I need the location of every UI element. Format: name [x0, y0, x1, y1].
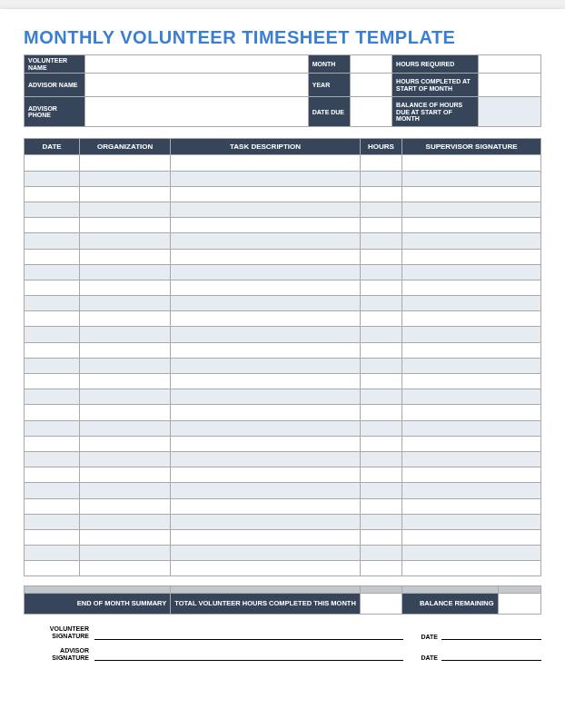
- cell-hours[interactable]: [360, 327, 401, 342]
- cell-signature[interactable]: [402, 405, 541, 420]
- cell-hours[interactable]: [360, 249, 401, 264]
- cell-task[interactable]: [171, 311, 361, 327]
- cell-task[interactable]: [171, 405, 361, 420]
- cell-organization[interactable]: [80, 405, 171, 420]
- cell-task[interactable]: [171, 171, 361, 186]
- cell-signature[interactable]: [402, 514, 541, 529]
- cell-hours[interactable]: [360, 561, 401, 576]
- cell-hours[interactable]: [360, 374, 401, 389]
- cell-date[interactable]: [25, 514, 80, 529]
- cell-signature[interactable]: [402, 264, 541, 280]
- cell-organization[interactable]: [80, 374, 171, 389]
- cell-date[interactable]: [25, 249, 80, 264]
- cell-organization[interactable]: [80, 467, 171, 483]
- advisor-phone-value[interactable]: [84, 97, 308, 127]
- cell-hours[interactable]: [360, 420, 401, 436]
- cell-task[interactable]: [171, 327, 361, 342]
- cell-date[interactable]: [25, 451, 80, 467]
- cell-signature[interactable]: [402, 233, 541, 249]
- cell-task[interactable]: [171, 186, 361, 202]
- cell-date[interactable]: [25, 327, 80, 342]
- cell-date[interactable]: [25, 171, 80, 186]
- cell-signature[interactable]: [402, 546, 541, 561]
- cell-organization[interactable]: [80, 218, 171, 233]
- cell-date[interactable]: [25, 467, 80, 483]
- cell-date[interactable]: [25, 498, 80, 514]
- cell-task[interactable]: [171, 514, 361, 529]
- cell-hours[interactable]: [360, 498, 401, 514]
- cell-signature[interactable]: [402, 311, 541, 327]
- cell-task[interactable]: [171, 467, 361, 483]
- cell-signature[interactable]: [402, 529, 541, 545]
- cell-date[interactable]: [25, 389, 80, 405]
- cell-hours[interactable]: [360, 218, 401, 233]
- year-value[interactable]: [350, 74, 392, 97]
- cell-task[interactable]: [171, 249, 361, 264]
- cell-task[interactable]: [171, 529, 361, 545]
- cell-hours[interactable]: [360, 483, 401, 498]
- cell-signature[interactable]: [402, 327, 541, 342]
- cell-organization[interactable]: [80, 249, 171, 264]
- cell-organization[interactable]: [80, 451, 171, 467]
- cell-date[interactable]: [25, 358, 80, 373]
- cell-organization[interactable]: [80, 514, 171, 529]
- cell-hours[interactable]: [360, 467, 401, 483]
- cell-signature[interactable]: [402, 498, 541, 514]
- cell-signature[interactable]: [402, 186, 541, 202]
- hours-required-value[interactable]: [478, 55, 540, 74]
- cell-signature[interactable]: [402, 374, 541, 389]
- cell-organization[interactable]: [80, 327, 171, 342]
- month-value[interactable]: [350, 55, 392, 74]
- cell-date[interactable]: [25, 561, 80, 576]
- cell-signature[interactable]: [402, 171, 541, 186]
- cell-task[interactable]: [171, 264, 361, 280]
- balance-remaining-value[interactable]: [498, 594, 540, 615]
- cell-task[interactable]: [171, 561, 361, 576]
- advisor-signature-line[interactable]: [94, 652, 403, 661]
- cell-organization[interactable]: [80, 546, 171, 561]
- cell-task[interactable]: [171, 342, 361, 358]
- cell-organization[interactable]: [80, 186, 171, 202]
- cell-task[interactable]: [171, 155, 361, 171]
- cell-date[interactable]: [25, 546, 80, 561]
- volunteer-date-line[interactable]: [441, 631, 541, 640]
- cell-hours[interactable]: [360, 296, 401, 311]
- cell-date[interactable]: [25, 202, 80, 217]
- cell-signature[interactable]: [402, 342, 541, 358]
- cell-organization[interactable]: [80, 264, 171, 280]
- cell-organization[interactable]: [80, 529, 171, 545]
- cell-task[interactable]: [171, 436, 361, 451]
- cell-hours[interactable]: [360, 171, 401, 186]
- cell-date[interactable]: [25, 155, 80, 171]
- cell-organization[interactable]: [80, 498, 171, 514]
- cell-date[interactable]: [25, 311, 80, 327]
- cell-hours[interactable]: [360, 202, 401, 217]
- cell-task[interactable]: [171, 498, 361, 514]
- cell-hours[interactable]: [360, 342, 401, 358]
- advisor-name-value[interactable]: [84, 74, 308, 97]
- cell-task[interactable]: [171, 358, 361, 373]
- cell-hours[interactable]: [360, 451, 401, 467]
- cell-task[interactable]: [171, 374, 361, 389]
- cell-date[interactable]: [25, 436, 80, 451]
- cell-organization[interactable]: [80, 436, 171, 451]
- cell-organization[interactable]: [80, 202, 171, 217]
- cell-signature[interactable]: [402, 467, 541, 483]
- cell-task[interactable]: [171, 389, 361, 405]
- cell-signature[interactable]: [402, 280, 541, 295]
- cell-signature[interactable]: [402, 420, 541, 436]
- cell-date[interactable]: [25, 280, 80, 295]
- cell-date[interactable]: [25, 483, 80, 498]
- cell-organization[interactable]: [80, 358, 171, 373]
- cell-hours[interactable]: [360, 264, 401, 280]
- cell-date[interactable]: [25, 218, 80, 233]
- cell-task[interactable]: [171, 483, 361, 498]
- cell-date[interactable]: [25, 186, 80, 202]
- cell-signature[interactable]: [402, 249, 541, 264]
- cell-date[interactable]: [25, 420, 80, 436]
- cell-task[interactable]: [171, 451, 361, 467]
- advisor-date-line[interactable]: [441, 652, 541, 661]
- cell-signature[interactable]: [402, 155, 541, 171]
- cell-signature[interactable]: [402, 561, 541, 576]
- cell-task[interactable]: [171, 296, 361, 311]
